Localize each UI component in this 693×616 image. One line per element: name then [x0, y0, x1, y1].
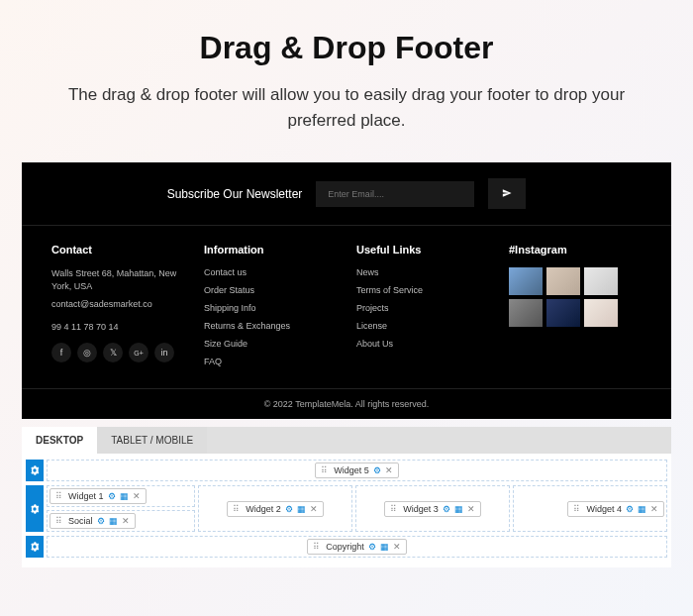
drag-icon: ⠿: [55, 516, 62, 526]
builder-slot[interactable]: ⠿Copyright⚙▦✕: [47, 536, 667, 558]
contact-email: contact@sadesmarket.co: [51, 298, 184, 311]
instagram-icon[interactable]: ◎: [77, 343, 97, 362]
drag-icon: ⠿: [321, 465, 328, 475]
instagram-thumb[interactable]: [584, 299, 618, 327]
row-settings-handle[interactable]: [26, 485, 44, 532]
gear-icon[interactable]: ⚙: [443, 504, 450, 514]
widget-block[interactable]: ⠿Widget 1⚙▦✕: [50, 488, 147, 504]
instagram-thumb[interactable]: [546, 299, 580, 327]
footer-builder: DESKTOP TABLET / MOBILE ⠿Widget 5⚙✕ ⠿Wid…: [22, 427, 671, 567]
widget-label: Widget 1: [68, 491, 104, 501]
drag-icon: ⠿: [573, 504, 580, 514]
list-item[interactable]: Returns & Exchanges: [204, 321, 337, 331]
widget-block[interactable]: ⠿Widget 3⚙▦✕: [384, 501, 481, 517]
widget-label: Copyright: [326, 542, 364, 552]
gear-icon[interactable]: ⚙: [368, 542, 376, 552]
list-item[interactable]: FAQ: [204, 357, 337, 366]
instagram-heading: #Instagram: [509, 244, 642, 256]
newsletter-label: Subscribe Our Newsletter: [167, 187, 303, 201]
gear-icon[interactable]: ⚙: [285, 504, 293, 514]
widget-block[interactable]: ⠿Social⚙▦✕: [50, 513, 136, 529]
copyright-text: © 2022 TemplateMela. All rights reserved…: [22, 388, 671, 419]
row-settings-handle[interactable]: [26, 460, 44, 481]
paper-plane-icon: [502, 188, 512, 198]
builder-tabs: DESKTOP TABLET / MOBILE: [22, 427, 671, 454]
widget-label: Widget 3: [403, 504, 439, 514]
contact-phone: 99 4 11 78 70 14: [51, 321, 184, 334]
layout-icon[interactable]: ▦: [109, 516, 118, 526]
gear-icon[interactable]: ⚙: [626, 504, 634, 514]
google-plus-icon[interactable]: G+: [129, 343, 148, 362]
builder-slot[interactable]: ⠿Widget 5⚙✕: [47, 460, 667, 481]
footer-col-instagram: #Instagram: [509, 244, 642, 374]
instagram-thumb[interactable]: [584, 267, 618, 295]
instagram-thumb[interactable]: [509, 299, 543, 327]
builder-slot[interactable]: ⠿Widget 4⚙▦✕: [513, 485, 667, 532]
layout-icon[interactable]: ▦: [380, 542, 389, 552]
close-icon[interactable]: ✕: [310, 504, 318, 514]
list-item[interactable]: About Us: [356, 339, 489, 349]
widget-label: Widget 2: [246, 504, 281, 514]
widget-block[interactable]: ⠿Copyright⚙▦✕: [307, 539, 407, 555]
widget-label: Widget 5: [334, 465, 369, 475]
drag-icon: ⠿: [313, 542, 320, 552]
tab-desktop[interactable]: DESKTOP: [22, 427, 97, 454]
close-icon[interactable]: ✕: [393, 542, 401, 552]
list-item[interactable]: License: [356, 321, 489, 331]
layout-icon[interactable]: ▦: [297, 504, 306, 514]
gear-icon[interactable]: ⚙: [97, 516, 105, 526]
useful-heading: Useful Links: [356, 244, 489, 256]
linkedin-icon[interactable]: in: [154, 343, 174, 362]
contact-heading: Contact: [51, 244, 184, 256]
builder-slot[interactable]: ⠿Widget 1⚙▦✕: [47, 485, 195, 507]
instagram-thumb[interactable]: [546, 267, 580, 295]
list-item[interactable]: Terms of Service: [356, 285, 489, 295]
list-item[interactable]: Shipping Info: [204, 303, 337, 313]
contact-address: Walls Street 68, Mahattan, New York, USA: [51, 267, 184, 292]
layout-icon[interactable]: ▦: [638, 504, 646, 514]
newsletter-submit-button[interactable]: [488, 178, 526, 209]
close-icon[interactable]: ✕: [467, 504, 475, 514]
list-item[interactable]: Projects: [356, 303, 489, 313]
close-icon[interactable]: ✕: [385, 465, 393, 475]
list-item[interactable]: Order Status: [204, 285, 337, 295]
tab-tablet-mobile[interactable]: TABLET / MOBILE: [97, 427, 207, 454]
footer-preview: Subscribe Our Newsletter Contact Walls S…: [22, 162, 671, 419]
drag-icon: ⠿: [55, 491, 62, 501]
newsletter-bar: Subscribe Our Newsletter: [22, 162, 671, 226]
facebook-icon[interactable]: f: [51, 343, 71, 362]
gear-icon[interactable]: ⚙: [373, 465, 381, 475]
list-item[interactable]: Contact us: [204, 267, 337, 277]
widget-block[interactable]: ⠿Widget 2⚙▦✕: [227, 501, 324, 517]
list-item[interactable]: News: [356, 267, 489, 277]
close-icon[interactable]: ✕: [122, 516, 130, 526]
layout-icon[interactable]: ▦: [454, 504, 463, 514]
row-settings-handle[interactable]: [26, 536, 44, 558]
page-subtitle: The drag & drop footer will allow you to…: [59, 82, 634, 133]
close-icon[interactable]: ✕: [133, 491, 141, 501]
newsletter-input[interactable]: [316, 181, 474, 207]
drag-icon: ⠿: [390, 504, 397, 514]
close-icon[interactable]: ✕: [650, 504, 658, 514]
builder-slot[interactable]: ⠿Widget 2⚙▦✕: [198, 485, 352, 532]
footer-col-useful: Useful Links News Terms of Service Proje…: [356, 244, 489, 374]
list-item[interactable]: Size Guide: [204, 339, 337, 349]
drag-icon: ⠿: [233, 504, 240, 514]
twitter-icon[interactable]: 𝕏: [103, 343, 123, 362]
widget-block[interactable]: ⠿Widget 4⚙▦✕: [567, 501, 664, 517]
page-title: Drag & Drop Footer: [59, 30, 634, 66]
widget-label: Widget 4: [586, 504, 622, 514]
layout-icon[interactable]: ▦: [120, 491, 129, 501]
information-heading: Information: [204, 244, 337, 256]
builder-slot[interactable]: ⠿Social⚙▦✕: [47, 510, 195, 532]
widget-label: Social: [68, 516, 93, 526]
builder-slot[interactable]: ⠿Widget 3⚙▦✕: [355, 485, 510, 532]
gear-icon[interactable]: ⚙: [108, 491, 116, 501]
footer-col-contact: Contact Walls Street 68, Mahattan, New Y…: [51, 244, 184, 374]
footer-col-information: Information Contact us Order Status Ship…: [204, 244, 337, 374]
widget-block[interactable]: ⠿Widget 5⚙✕: [315, 462, 399, 478]
instagram-thumb[interactable]: [509, 267, 543, 295]
